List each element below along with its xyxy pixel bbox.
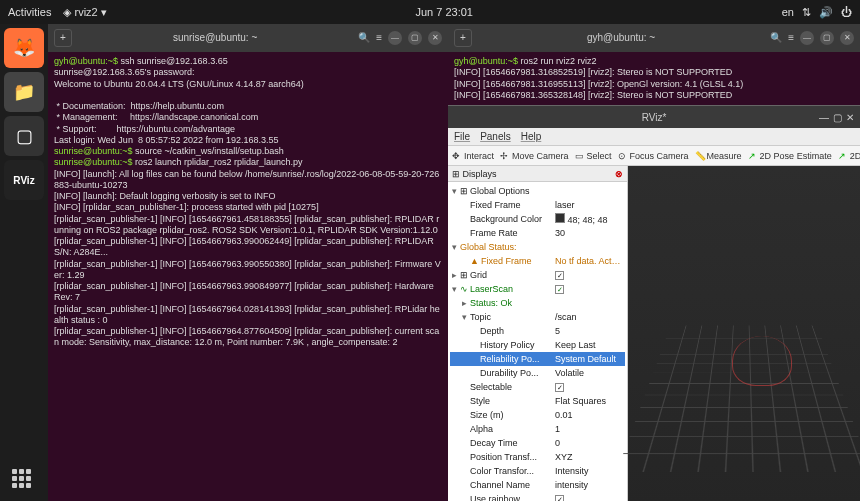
tree-row[interactable]: ▲Fixed FrameNo tf data. Actual err... <box>450 254 625 268</box>
tree-row[interactable]: Background Color 48; 48; 48 <box>450 212 625 226</box>
close-button[interactable]: ✕ <box>428 31 442 45</box>
rviz-menubar: File Panels Help <box>448 128 860 146</box>
terminal-left-body[interactable]: gyh@ubuntu:~$ ssh sunrise@192.168.3.65su… <box>48 52 448 353</box>
tree-row[interactable]: ▾Topic/scan <box>450 310 625 324</box>
goal-icon: ↗ <box>838 151 848 161</box>
dock-rviz[interactable]: RViz <box>4 160 44 200</box>
menu-icon[interactable]: ≡ <box>788 32 794 45</box>
tree-row[interactable]: Use rainbow✓ <box>450 492 625 501</box>
menu-file[interactable]: File <box>454 131 470 142</box>
interact-icon: ✥ <box>452 151 462 161</box>
clock[interactable]: Jun 7 23:01 <box>416 6 474 18</box>
search-icon[interactable]: 🔍 <box>358 32 370 45</box>
dock-files[interactable]: 📁 <box>4 72 44 112</box>
tool-measure[interactable]: 📏Measure <box>695 151 742 161</box>
terminal-left: + sunrise@ubuntu: ~ 🔍 ≡ — ▢ ✕ gyh@ubuntu… <box>48 24 448 501</box>
displays-tree[interactable]: ▾⊞Global OptionsFixed FramelaserBackgrou… <box>448 182 627 501</box>
activities-button[interactable]: Activities <box>8 6 51 19</box>
close-button[interactable]: ✕ <box>840 31 854 45</box>
new-tab-button[interactable]: + <box>54 29 72 47</box>
terminal-right-body[interactable]: gyh@ubuntu:~$ ros2 run rviz2 rviz2[INFO]… <box>448 52 860 105</box>
rviz-titlebar: RViz* — ▢ ✕ <box>448 106 860 128</box>
tree-row[interactable]: Color Transfor...Intensity <box>450 464 625 478</box>
tool-2d-goal[interactable]: ↗2D Goal Pose <box>838 151 860 161</box>
menu-icon[interactable]: ≡ <box>376 32 382 45</box>
tree-row[interactable]: ▾⊞Global Options <box>450 184 625 198</box>
dock-firefox[interactable]: 🦊 <box>4 28 44 68</box>
tree-row[interactable]: Reliability Po...System Default <box>450 352 625 366</box>
tool-2d-pose[interactable]: ↗2D Pose Estimate <box>748 151 832 161</box>
panel-close-button[interactable]: ⊗ <box>615 169 623 179</box>
tree-row[interactable]: ▸⊞Grid✓ <box>450 268 625 282</box>
minimize-button[interactable]: — <box>388 31 402 45</box>
volume-icon[interactable]: 🔊 <box>819 6 833 19</box>
tool-interact[interactable]: ✥Interact <box>452 151 494 161</box>
tree-row[interactable]: Frame Rate30 <box>450 226 625 240</box>
tree-row[interactable]: ▾Global Status: <box>450 240 625 254</box>
tree-row[interactable]: Depth5 <box>450 324 625 338</box>
rviz-window: RViz* — ▢ ✕ File Panels Help ✥Interact ✢… <box>448 105 860 501</box>
pose-icon: ↗ <box>748 151 758 161</box>
displays-panel: ⊞ Displays ⊗ ▾⊞Global OptionsFixed Frame… <box>448 166 628 501</box>
minimize-button[interactable]: — <box>819 112 829 123</box>
focus-icon: ⊙ <box>618 151 628 161</box>
network-icon[interactable]: ⇅ <box>802 6 811 19</box>
window-title: RViz* <box>642 112 667 123</box>
tree-row[interactable]: Position Transf...XYZ <box>450 450 625 464</box>
tree-row[interactable]: History PolicyKeep Last <box>450 338 625 352</box>
tree-row[interactable]: Decay Time0 <box>450 436 625 450</box>
power-icon[interactable]: ⏻ <box>841 6 852 18</box>
tree-row[interactable]: ▾∿LaserScan✓ <box>450 282 625 296</box>
input-source[interactable]: en <box>782 6 794 18</box>
displays-header: ⊞ Displays ⊗ <box>448 166 627 182</box>
3d-view[interactable]: S ⊞ ⊟ ✕ <box>628 166 860 501</box>
gnome-topbar: Activities ◈ rviz2 ▾ Jun 7 23:01 en ⇅ 🔊 … <box>0 0 860 24</box>
tree-row[interactable]: ▸Status: Ok <box>450 296 625 310</box>
show-apps-button[interactable] <box>12 469 36 493</box>
tree-row[interactable]: Channel Nameintensity <box>450 478 625 492</box>
terminal-title: gyh@ubuntu: ~ <box>478 32 764 45</box>
dock: 🦊 📁 ▢ RViz <box>0 24 48 501</box>
minimize-button[interactable]: — <box>800 31 814 45</box>
tree-row[interactable]: Fixed Framelaser <box>450 198 625 212</box>
dock-terminal[interactable]: ▢ <box>4 116 44 156</box>
tool-move-camera[interactable]: ✢Move Camera <box>500 151 569 161</box>
tool-focus-camera[interactable]: ⊙Focus Camera <box>618 151 689 161</box>
maximize-button[interactable]: ▢ <box>833 112 842 123</box>
rviz-toolbar: ✥Interact ✢Move Camera ▭Select ⊙Focus Ca… <box>448 146 860 166</box>
select-icon: ▭ <box>575 151 585 161</box>
laserscan-visual <box>732 336 792 386</box>
tree-row[interactable]: Durability Po...Volatile <box>450 366 625 380</box>
menu-panels[interactable]: Panels <box>480 131 511 142</box>
menu-help[interactable]: Help <box>521 131 542 142</box>
tree-row[interactable]: Alpha1 <box>450 422 625 436</box>
terminal-title: sunrise@ubuntu: ~ <box>78 32 352 45</box>
tree-row[interactable]: Selectable✓ <box>450 380 625 394</box>
tool-select[interactable]: ▭Select <box>575 151 612 161</box>
terminal-right-titlebar: + gyh@ubuntu: ~ 🔍 ≡ — ▢ ✕ <box>448 24 860 52</box>
measure-icon: 📏 <box>695 151 705 161</box>
tree-row[interactable]: StyleFlat Squares <box>450 394 625 408</box>
maximize-button[interactable]: ▢ <box>408 31 422 45</box>
terminal-right: + gyh@ubuntu: ~ 🔍 ≡ — ▢ ✕ gyh@ubuntu:~$ … <box>448 24 860 105</box>
app-menu[interactable]: ◈ rviz2 ▾ <box>63 6 106 19</box>
tree-row[interactable]: Size (m)0.01 <box>450 408 625 422</box>
search-icon[interactable]: 🔍 <box>770 32 782 45</box>
move-icon: ✢ <box>500 151 510 161</box>
close-button[interactable]: ✕ <box>846 112 854 123</box>
terminal-left-titlebar: + sunrise@ubuntu: ~ 🔍 ≡ — ▢ ✕ <box>48 24 448 52</box>
maximize-button[interactable]: ▢ <box>820 31 834 45</box>
new-tab-button[interactable]: + <box>454 29 472 47</box>
